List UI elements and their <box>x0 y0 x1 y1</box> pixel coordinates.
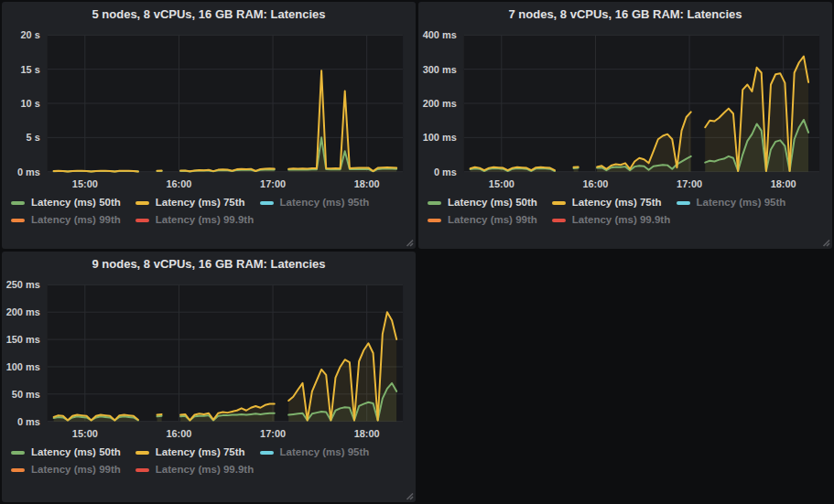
graph-plot-area[interactable]: 0 ms100 ms200 ms300 ms400 ms15:0016:0017… <box>420 26 827 192</box>
legend-color-swatch[interactable] <box>135 201 149 205</box>
legend-item-latency-ms-75th[interactable]: Latency (ms) 75th <box>135 444 245 461</box>
legend-item-label[interactable]: Latency (ms) 75th <box>156 444 245 461</box>
panel-title[interactable]: 9 nodes, 8 vCPUs, 16 GB RAM: Latencies <box>2 252 416 275</box>
panel-title[interactable]: 5 nodes, 8 vCPUs, 16 GB RAM: Latencies <box>2 2 416 26</box>
y-axis-tick-label: 0 ms <box>17 416 40 427</box>
legend-item-latency-ms-95th[interactable]: Latency (ms) 95th <box>260 444 370 461</box>
x-axis-tick-label: 16:00 <box>166 178 191 189</box>
latency-graph-7-nodes[interactable]: 0 ms100 ms200 ms300 ms400 ms15:0016:0017… <box>418 26 832 192</box>
panel-resize-handle-icon[interactable] <box>822 239 830 247</box>
series-line-latency-ms-50th[interactable] <box>157 416 162 417</box>
series-line-latency-ms-75th[interactable] <box>157 414 162 415</box>
y-axis-tick-label: 15 s <box>21 64 40 75</box>
legend-color-swatch[interactable] <box>260 201 274 205</box>
y-axis-tick-label: 0 ms <box>17 166 40 177</box>
legend-item-latency-ms-50th[interactable]: Latency (ms) 50th <box>11 194 121 211</box>
y-axis-tick-label: 200 ms <box>6 306 40 317</box>
y-axis-tick-label: 150 ms <box>6 334 40 345</box>
y-axis-tick-label: 0 ms <box>434 166 457 177</box>
legend: Latency (ms) 50thLatency (ms) 75thLatenc… <box>2 192 416 229</box>
x-axis-tick-label: 18:00 <box>354 428 380 439</box>
legend-color-swatch[interactable] <box>135 219 149 222</box>
legend-item-latency-ms-95th[interactable]: Latency (ms) 95th <box>677 194 786 211</box>
x-axis-tick-label: 17:00 <box>260 178 286 189</box>
legend-item-latency-ms-99.9th[interactable]: Latency (ms) 99.9th <box>135 461 254 478</box>
legend-item-latency-ms-99.9th[interactable]: Latency (ms) 99.9th <box>552 211 670 229</box>
series-line-latency-ms-75th[interactable] <box>54 171 138 172</box>
y-axis-tick-label: 200 ms <box>423 98 457 109</box>
legend-item-label[interactable]: Latency (ms) 50th <box>31 444 121 461</box>
y-axis-tick-label: 10 s <box>21 98 40 109</box>
legend-item-latency-ms-99th[interactable]: Latency (ms) 99th <box>11 211 121 229</box>
legend-item-latency-ms-99th[interactable]: Latency (ms) 99th <box>11 461 121 478</box>
legend-color-swatch[interactable] <box>11 219 25 222</box>
legend-item-label[interactable]: Latency (ms) 99th <box>31 211 121 229</box>
latency-graph-5-nodes[interactable]: 0 ms5 s10 s15 s20 s15:0016:0017:0018:00 <box>2 26 416 192</box>
legend-color-swatch[interactable] <box>428 219 441 222</box>
panel-7-nodes-latencies: 7 nodes, 8 vCPUs, 16 GB RAM: Latencies 0… <box>418 2 832 249</box>
latency-graph-9-nodes[interactable]: 0 ms50 ms100 ms150 ms200 ms250 ms15:0016… <box>2 275 416 442</box>
legend-item-latency-ms-99.9th[interactable]: Latency (ms) 99.9th <box>135 211 254 229</box>
x-axis-tick-label: 16:00 <box>582 178 608 189</box>
x-axis-tick-label: 17:00 <box>677 178 702 189</box>
dashboard: 5 nodes, 8 vCPUs, 16 GB RAM: Latencies 0… <box>0 0 834 504</box>
legend-item-latency-ms-75th[interactable]: Latency (ms) 75th <box>552 194 662 211</box>
legend-color-swatch[interactable] <box>552 201 566 205</box>
legend-item-label[interactable]: Latency (ms) 75th <box>572 194 662 211</box>
x-axis-tick-label: 15:00 <box>72 428 98 439</box>
x-axis-tick-label: 15:00 <box>489 178 514 189</box>
legend-color-swatch[interactable] <box>135 468 149 472</box>
legend-item-label[interactable]: Latency (ms) 99th <box>31 461 121 478</box>
legend-color-swatch[interactable] <box>135 451 149 455</box>
panel-5-nodes-latencies: 5 nodes, 8 vCPUs, 16 GB RAM: Latencies 0… <box>2 2 416 249</box>
x-axis-tick-label: 15:00 <box>72 178 98 189</box>
legend: Latency (ms) 50thLatency (ms) 75thLatenc… <box>418 192 832 229</box>
legend-item-label[interactable]: Latency (ms) 95th <box>280 444 370 461</box>
legend-item-label[interactable]: Latency (ms) 95th <box>280 194 370 211</box>
legend-item-label[interactable]: Latency (ms) 99.9th <box>572 211 670 229</box>
y-axis-tick-label: 20 s <box>21 29 40 40</box>
legend-item-latency-ms-50th[interactable]: Latency (ms) 50th <box>11 444 121 461</box>
y-axis-tick-label: 100 ms <box>6 361 40 372</box>
y-axis-tick-label: 100 ms <box>423 132 457 143</box>
legend-item-label[interactable]: Latency (ms) 99.9th <box>156 211 254 229</box>
x-axis-tick-label: 18:00 <box>354 178 380 189</box>
legend-color-swatch[interactable] <box>677 201 690 205</box>
y-axis-tick-label: 50 ms <box>12 389 40 400</box>
x-axis-tick-label: 16:00 <box>166 428 191 439</box>
panel-title[interactable]: 7 nodes, 8 vCPUs, 16 GB RAM: Latencies <box>418 2 832 26</box>
legend-item-label[interactable]: Latency (ms) 75th <box>156 194 245 211</box>
legend-item-latency-ms-50th[interactable]: Latency (ms) 50th <box>428 194 537 211</box>
legend-color-swatch[interactable] <box>11 451 25 455</box>
panel-resize-handle-icon[interactable] <box>406 239 414 247</box>
panel-resize-handle-icon[interactable] <box>406 492 414 500</box>
panel-9-nodes-latencies: 9 nodes, 8 vCPUs, 16 GB RAM: Latencies 0… <box>2 252 416 502</box>
legend-item-label[interactable]: Latency (ms) 50th <box>31 194 121 211</box>
legend-item-label[interactable]: Latency (ms) 99.9th <box>156 461 254 478</box>
legend-color-swatch[interactable] <box>11 201 25 205</box>
graph-plot-area[interactable]: 0 ms5 s10 s15 s20 s15:0016:0017:0018:00 <box>4 26 410 192</box>
legend-color-swatch[interactable] <box>260 451 274 455</box>
legend: Latency (ms) 50thLatency (ms) 75thLatenc… <box>2 442 416 478</box>
y-axis-tick-label: 400 ms <box>423 29 457 40</box>
graph-plot-area[interactable]: 0 ms50 ms100 ms150 ms200 ms250 ms15:0016… <box>4 275 410 442</box>
y-axis-tick-label: 5 s <box>27 132 40 143</box>
x-axis-tick-label: 18:00 <box>771 178 796 189</box>
legend-item-latency-ms-75th[interactable]: Latency (ms) 75th <box>135 194 245 211</box>
x-axis-tick-label: 17:00 <box>260 428 286 439</box>
legend-color-swatch[interactable] <box>552 219 566 222</box>
y-axis-tick-label: 300 ms <box>423 64 457 75</box>
y-axis-tick-label: 250 ms <box>6 279 40 290</box>
legend-color-swatch[interactable] <box>428 201 441 205</box>
legend-item-label[interactable]: Latency (ms) 95th <box>697 194 786 211</box>
legend-item-latency-ms-99th[interactable]: Latency (ms) 99th <box>428 211 537 229</box>
legend-item-latency-ms-95th[interactable]: Latency (ms) 95th <box>260 194 370 211</box>
legend-item-label[interactable]: Latency (ms) 50th <box>448 194 537 211</box>
legend-item-label[interactable]: Latency (ms) 99th <box>448 211 537 229</box>
legend-color-swatch[interactable] <box>11 468 25 472</box>
